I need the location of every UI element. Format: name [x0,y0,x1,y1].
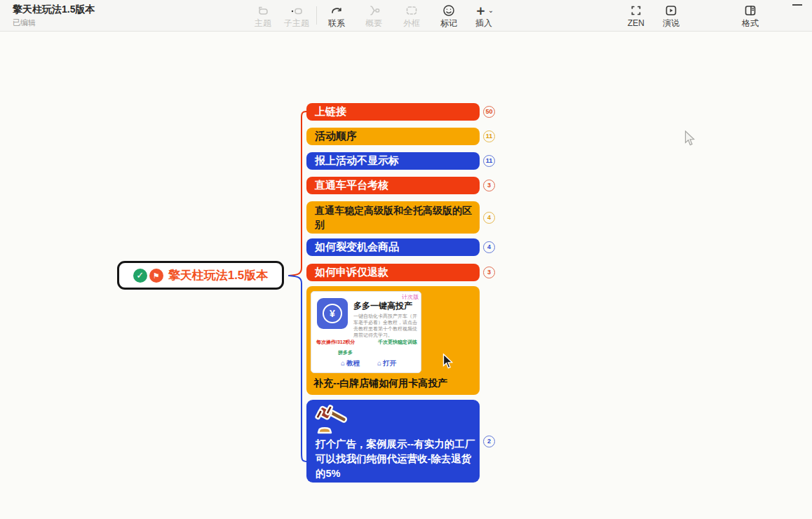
app-card-platform: 拼多多 [338,349,353,356]
topic-label: 活动顺序 [315,130,357,143]
app-card-open-link: ⌂打开 [377,359,396,368]
notes-count-badge[interactable]: 4 [483,212,495,224]
flag-marker-icon[interactable]: ⚑ [149,269,163,283]
presentation-play-icon [655,2,687,18]
notes-count-badge[interactable]: 3 [483,180,495,191]
toolbar: 擎天柱玩法1.5版本 已编辑 主题 子主题 联系 [0,0,812,32]
mindmap-canvas[interactable]: ✓ ⚑ 擎天柱玩法1.5版本 上链接 活动顺序 报上活动不显示标 直通车平台考核… [0,32,812,519]
topic-label: 如何申诉仅退款 [315,266,388,279]
topic-label: 补充--白牌店铺如何用卡高投产 [313,377,447,390]
topic-label: 直通车稳定高级版和全托高级版的区别 [315,203,473,231]
notes-count-badge[interactable]: 11 [483,130,495,142]
toolbar-label-present: 演说 [655,18,687,28]
toolbar-label-topic: 主题 [247,18,279,28]
insert-plus-icon: ＋⌄ [468,2,500,18]
toolbar-label-boundary: 外框 [395,18,428,28]
topic-node[interactable]: 如何申诉仅退款 [306,264,480,281]
toolbar-button-marker[interactable]: 标记 [433,2,465,30]
topic-label: 打个广告，案例展示--有实力的工厂可以找我们纯佣代运营收-除去退货的5% [316,437,475,481]
topic-node[interactable]: 上链接 [306,103,480,121]
toolbar-button-relationship[interactable]: 联系 [320,2,353,30]
document-title: 擎天柱玩法1.5版本 [13,4,95,16]
app-card-cost-text: 每次操作/312积分 [316,339,356,346]
topic-node-ad[interactable]: 打个广告，案例展示--有实力的工厂可以找我们纯佣代运营收-除去退货的5% [306,400,480,483]
toolbar-divider [316,6,317,25]
mouse-cursor [442,353,455,370]
topic-node[interactable]: 如何裂变机会商品 [306,238,480,256]
ghost-cursor [684,130,697,147]
app-card-tutorial-link: ⌂教程 [341,359,360,368]
house-icon: ⌂ [377,359,381,367]
notes-count-badge[interactable]: 11 [483,155,495,167]
chevron-down-icon: ⌄ [488,6,494,14]
topic-node[interactable]: 直通车平台考核 [306,177,480,194]
toolbar-label-insert: 插入 [468,18,500,28]
notes-count-badge[interactable]: 50 [483,106,495,118]
toolbar-button-present[interactable]: 演说 [655,2,687,30]
toolbar-label-summary: 概要 [358,18,390,28]
house-icon: ⌂ [341,359,345,367]
check-marker-icon[interactable]: ✓ [133,269,147,283]
embedded-screenshot-image[interactable]: ¥ 多多一键高投产 计次版 一键自动化卡高投产开车（开车老手必看）全教程，请点击… [311,291,421,373]
app-card-edition-tag: 计次版 [402,293,419,301]
relationship-icon [320,2,353,18]
root-node-label: 擎天柱玩法1.5版本 [168,267,269,283]
app-card-note-text: 千次更快稳定训练 [378,339,417,346]
root-node[interactable]: ✓ ⚑ 擎天柱玩法1.5版本 [117,261,284,290]
toolbar-button-summary[interactable]: 概要 [358,2,390,30]
topic-node[interactable]: 报上活动不显示标 [306,152,480,170]
gavel-icon [315,404,351,436]
document-status: 已编辑 [13,18,36,28]
notes-count-badge[interactable]: 4 [483,241,495,253]
toolbar-label-relationship: 联系 [320,18,353,28]
topic-node-with-image[interactable]: ¥ 多多一键高投产 计次版 一键自动化卡高投产开车（开车老手必看）全教程，请点击… [306,286,480,395]
zen-mode-icon [620,2,652,18]
topic-label: 上链接 [315,105,346,119]
toolbar-label-marker: 标记 [433,18,465,28]
toolbar-button-subtopic[interactable]: 子主题 [280,2,313,30]
toolbar-button-zen[interactable]: ZEN [620,2,652,30]
toolbar-label-format: 格式 [734,18,766,28]
toolbar-button-insert[interactable]: ＋⌄ 插入 [468,2,500,30]
topic-label: 直通车平台考核 [315,179,388,192]
topic-icon [247,2,279,18]
toolbar-button-topic[interactable]: 主题 [247,2,279,30]
app-card-description: 一键自动化卡高投产开车（开车老手必看）全教程，请点击去教程里看第十个教程视频使用… [353,313,419,338]
topic-label: 如何裂变机会商品 [315,241,399,254]
boundary-icon [395,2,428,18]
topic-label: 报上活动不显示标 [315,154,399,168]
notes-count-badge[interactable]: 2 [483,436,495,447]
toolbar-label-subtopic: 子主题 [280,18,313,28]
topic-node[interactable]: 活动顺序 [306,128,480,145]
topic-node[interactable]: 直通车稳定高级版和全托高级版的区别 [306,201,480,234]
app-logo-icon: ¥ [317,298,348,329]
window-minimize-button[interactable] [792,4,802,6]
app-card-title: 多多一键高投产 [353,300,412,312]
format-panel-icon [734,2,766,18]
subtopic-icon [280,2,313,18]
notes-count-badge[interactable]: 3 [483,267,495,278]
summary-icon [358,2,390,18]
marker-smiley-icon [433,2,465,18]
toolbar-button-format[interactable]: 格式 [734,2,766,30]
toolbar-button-boundary[interactable]: 外框 [395,2,428,30]
toolbar-label-zen: ZEN [620,18,652,28]
